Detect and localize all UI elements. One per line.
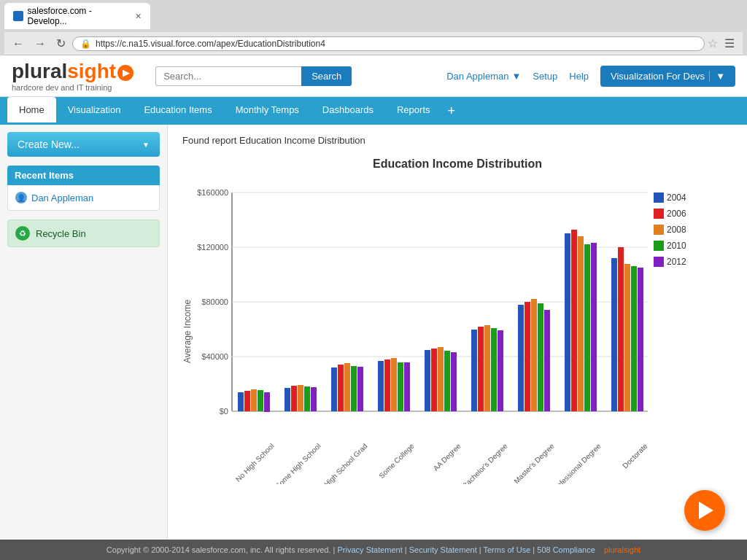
- svg-rect-29: [391, 358, 397, 411]
- svg-rect-27: [378, 361, 384, 411]
- svg-rect-44: [531, 299, 537, 411]
- svg-text:High School Grad: High School Grad: [322, 442, 369, 484]
- recycle-bin-icon: ♻: [15, 226, 30, 241]
- viz-for-devs-button[interactable]: Visualization For Devs ▼: [600, 66, 735, 87]
- tab-education-items[interactable]: Education Items: [132, 97, 223, 125]
- svg-rect-26: [357, 367, 363, 411]
- person-icon: 👤: [15, 192, 27, 203]
- create-new-label: Create New...: [18, 139, 80, 150]
- tab-favicon: [13, 11, 23, 21]
- forward-btn[interactable]: →: [31, 36, 50, 52]
- recycle-bin[interactable]: ♻ Recycle Bin: [7, 219, 160, 247]
- address-bar[interactable]: 🔒 https://c.na15.visual.force.com/apex/E…: [72, 36, 705, 51]
- svg-rect-22: [331, 368, 337, 411]
- svg-rect-18: [291, 386, 297, 411]
- play-button-overlay[interactable]: [684, 490, 725, 531]
- svg-rect-50: [584, 244, 590, 411]
- svg-rect-19: [298, 385, 303, 411]
- content-area: Found report Education Income Distributi…: [168, 125, 747, 560]
- svg-rect-21: [311, 387, 317, 411]
- y-axis-label: Average Income: [182, 178, 193, 484]
- svg-rect-12: [238, 392, 244, 411]
- security-statement-link[interactable]: Security Statement: [409, 545, 477, 554]
- svg-rect-24: [344, 363, 350, 411]
- recent-item-dan-appleman[interactable]: 👤 Dan Appleman: [8, 188, 159, 207]
- create-new-button[interactable]: Create New... ▼: [7, 132, 160, 157]
- terms-of-use-link[interactable]: Terms of Use: [483, 545, 530, 554]
- privacy-statement-link[interactable]: Privacy Statement: [338, 545, 403, 554]
- footer: Copyright © 2000-2014 salesforce.com, in…: [0, 540, 747, 560]
- svg-rect-35: [444, 351, 450, 411]
- sidebar: Create New... ▼ Recent Items 👤 Dan Apple…: [0, 125, 168, 560]
- nav-tabs: Home Visualization Education Items Month…: [0, 97, 747, 125]
- logo-tagline: hardcore dev and IT training: [12, 83, 133, 92]
- svg-rect-14: [251, 389, 257, 411]
- tab-dashboards[interactable]: Dashboards: [311, 97, 385, 125]
- svg-rect-70: [654, 225, 664, 235]
- svg-text:$80000: $80000: [201, 298, 228, 306]
- tab-close-btn[interactable]: ✕: [135, 12, 142, 21]
- svg-rect-32: [425, 350, 430, 411]
- tab-monthly-temps[interactable]: Monthly Temps: [224, 97, 311, 125]
- user-menu[interactable]: Dan Appleman ▼: [446, 71, 521, 82]
- tab-home[interactable]: Home: [7, 97, 56, 125]
- header-right: Dan Appleman ▼ Setup Help Visualization …: [446, 66, 735, 87]
- svg-text:Bachelor's Degree: Bachelor's Degree: [461, 442, 509, 484]
- chart-title: Education Income Distribution: [182, 158, 732, 171]
- refresh-btn[interactable]: ↻: [53, 35, 69, 52]
- logo: pluralsight▶: [12, 60, 133, 83]
- tab-visualization[interactable]: Visualization: [56, 97, 133, 125]
- search-button[interactable]: Search: [301, 66, 352, 86]
- logo-area: pluralsight▶ hardcore dev and IT trainin…: [12, 60, 133, 92]
- svg-rect-33: [431, 349, 437, 411]
- svg-rect-34: [438, 347, 444, 411]
- add-tab-button[interactable]: +: [442, 98, 462, 125]
- svg-rect-54: [624, 264, 630, 411]
- svg-rect-23: [338, 365, 344, 411]
- svg-rect-13: [244, 391, 250, 411]
- compliance-link[interactable]: 508 Compliance: [537, 545, 595, 554]
- logo-highlight: sight: [67, 60, 116, 82]
- play-icon: [699, 502, 713, 519]
- app-header: pluralsight▶ hardcore dev and IT trainin…: [0, 55, 747, 97]
- user-menu-arrow: ▼: [511, 71, 521, 82]
- svg-text:$0: $0: [220, 407, 228, 416]
- report-found-text: Found report Education Income Distributi…: [182, 135, 732, 146]
- svg-text:2012: 2012: [667, 257, 686, 267]
- svg-rect-49: [578, 236, 584, 411]
- svg-rect-52: [611, 258, 617, 411]
- svg-rect-28: [384, 359, 390, 411]
- svg-text:No High School: No High School: [234, 442, 276, 483]
- svg-text:Professional Degree: Professional Degree: [550, 442, 603, 484]
- svg-rect-16: [264, 392, 270, 412]
- back-btn[interactable]: ←: [9, 36, 28, 52]
- svg-rect-30: [398, 362, 403, 411]
- create-new-dropdown-arrow: ▼: [142, 141, 150, 149]
- svg-rect-38: [478, 327, 484, 411]
- tab-reports[interactable]: Reports: [385, 97, 442, 125]
- help-link[interactable]: Help: [569, 71, 589, 82]
- search-input[interactable]: [155, 66, 301, 86]
- setup-link[interactable]: Setup: [533, 71, 557, 82]
- svg-text:Some High School: Some High School: [274, 442, 322, 484]
- chart-with-yaxis: Average Income $0 $40000 $80000: [182, 178, 732, 484]
- svg-rect-36: [451, 352, 457, 411]
- svg-text:$40000: $40000: [201, 352, 228, 361]
- bookmark-btn[interactable]: ☆: [708, 36, 718, 50]
- svg-text:Master's Degree: Master's Degree: [512, 442, 556, 484]
- svg-rect-74: [654, 257, 664, 267]
- recent-items-header: Recent Items: [7, 166, 160, 185]
- svg-rect-37: [471, 330, 477, 411]
- url-text: https://c.na15.visual.force.com/apex/Edu…: [96, 39, 697, 49]
- svg-rect-48: [571, 230, 577, 411]
- svg-rect-25: [351, 366, 357, 411]
- svg-text:2006: 2006: [667, 209, 686, 219]
- svg-rect-51: [591, 243, 597, 411]
- svg-text:2004: 2004: [667, 192, 686, 203]
- browser-menu-btn[interactable]: ☰: [721, 35, 738, 52]
- svg-text:AA Degree: AA Degree: [432, 442, 462, 472]
- browser-tab[interactable]: salesforce.com - Develop... ✕: [4, 3, 150, 29]
- viz-btn-dropdown-arrow: ▼: [709, 71, 725, 82]
- chart-container: Education Income Distribution Average In…: [182, 158, 732, 484]
- viz-btn-label: Visualization For Devs: [611, 71, 705, 82]
